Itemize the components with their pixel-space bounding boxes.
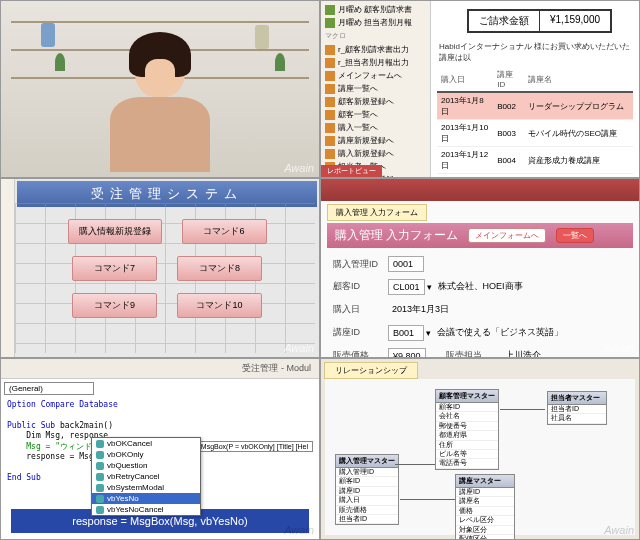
- nav-item[interactable]: 顧客新規登録へ: [323, 95, 428, 108]
- btn-list[interactable]: 一覧へ: [556, 228, 594, 243]
- vba-editor-panel: 受注管理 - Modul (General) Option Compare Da…: [0, 358, 320, 540]
- col-name: 講座名: [524, 67, 633, 92]
- entity-box[interactable]: 購入管理マスター購入管理ID顧客ID講座ID購入日販売価格担当者ID: [335, 454, 399, 525]
- macro-icon: [325, 71, 335, 81]
- nav-item[interactable]: 講座一覧へ: [323, 82, 428, 95]
- label-id: 購入管理ID: [333, 258, 388, 271]
- report-icon: [325, 5, 335, 15]
- field-id[interactable]: 0001: [388, 256, 424, 272]
- form-header: 購入管理 入力フォーム メインフォームへ 一覧へ: [327, 223, 633, 248]
- nav-item[interactable]: 講座新規登録へ: [323, 134, 428, 147]
- const-icon: [96, 473, 104, 481]
- field-course-id[interactable]: B001: [388, 325, 424, 341]
- table-row[interactable]: 2013年1月8日B002リーダーシッププログラム: [437, 92, 633, 120]
- bill-label: ご請求金額: [469, 11, 540, 31]
- bill-amount: ¥1,159,000: [540, 11, 610, 31]
- command-button[interactable]: コマンド10: [177, 293, 262, 318]
- macro-icon: [325, 123, 335, 133]
- nav-item[interactable]: 月曜め 担当者別月報: [323, 16, 428, 29]
- entity-field: 会社名: [436, 412, 498, 421]
- watermark: Awain: [284, 342, 314, 354]
- intellisense-popup[interactable]: vbOKCancelvbOKOnlyvbQuestionvbRetryCance…: [91, 437, 201, 516]
- bill-total-box: ご請求金額 ¥1,159,000: [467, 9, 612, 33]
- entity-field: 担当者ID: [548, 405, 606, 414]
- field-cust-id[interactable]: CL001: [388, 279, 425, 295]
- proc-selector[interactable]: (General): [4, 382, 94, 395]
- intellisense-item[interactable]: vbYesNoCancel: [92, 504, 200, 515]
- label-course: 講座ID: [333, 326, 388, 339]
- entity-field: 購入日: [336, 496, 398, 505]
- intellisense-item[interactable]: vbOKOnly: [92, 449, 200, 460]
- entity-title: 顧客管理マスター: [436, 390, 498, 403]
- command-button[interactable]: コマンド7: [72, 256, 157, 281]
- entity-box[interactable]: 講座マスター講座ID講座名価格レベル区分対象区分配信区分配信Video数: [455, 474, 515, 540]
- entity-field: 郵便番号: [436, 422, 498, 431]
- intellisense-item[interactable]: vbSystemModal: [92, 482, 200, 493]
- report-subtitle: Habidインターナショナル 様にお買い求めいただいた講座は以: [439, 41, 633, 63]
- relationships-tab[interactable]: リレーションシップ: [324, 362, 418, 379]
- nav-item[interactable]: 購入新規登録へ: [323, 147, 428, 160]
- nav-item[interactable]: 月曜め 顧客別請求書: [323, 3, 428, 16]
- col-date: 購入日: [437, 67, 493, 92]
- macro-icon: [325, 97, 335, 107]
- macro-icon: [325, 45, 335, 55]
- entity-field: 購入管理ID: [336, 468, 398, 477]
- table-row[interactable]: 2013年1月10日B003モバイル時代のSEO講座: [437, 120, 633, 147]
- entity-title: 講座マスター: [456, 475, 514, 488]
- relationship-line: [400, 499, 455, 500]
- watermark: Awain: [604, 342, 634, 354]
- relationship-line: [395, 464, 435, 465]
- switchboard-panel: 受注管理システム 購入情報新規登録コマンド6コマンド7コマンド8コマンド9コマン…: [0, 178, 320, 358]
- entity-field: 講座名: [456, 497, 514, 506]
- entity-field: 講座ID: [456, 488, 514, 497]
- report-body: ご請求金額 ¥1,159,000 Habidインターナショナル 様にお買い求めい…: [431, 1, 639, 177]
- intellisense-item[interactable]: vbQuestion: [92, 460, 200, 471]
- field-date[interactable]: 2013年1月3日: [388, 301, 453, 318]
- entity-field: 都道府県: [436, 431, 498, 440]
- label-price: 販売価格: [333, 349, 388, 358]
- entity-field: 社員名: [548, 414, 606, 423]
- status-report-view: レポートビュー: [321, 165, 382, 177]
- btn-main-form[interactable]: メインフォームへ: [468, 228, 546, 243]
- macro-icon: [325, 58, 335, 68]
- nav-item[interactable]: r_顧客別請求書出力: [323, 43, 428, 56]
- tooltip-signature: MsgBox(P = vbOKOnly] [Title] [Hel: [196, 441, 313, 452]
- entity-field: 顧客ID: [436, 403, 498, 412]
- nav-item[interactable]: メインフォームへ: [323, 69, 428, 82]
- field-price[interactable]: ¥9,800: [388, 348, 426, 359]
- relationship-line: [500, 409, 545, 410]
- macro-icon: [325, 149, 335, 159]
- entity-field: 配信区分: [456, 535, 514, 540]
- command-button[interactable]: 購入情報新規登録: [68, 219, 162, 244]
- nav-item[interactable]: 顧客一覧へ: [323, 108, 428, 121]
- entity-box[interactable]: 顧客管理マスター顧客ID会社名郵便番号都道府県住所ビル名等電話番号: [435, 389, 499, 470]
- presenter-video-panel: Awain: [0, 0, 320, 178]
- intellisense-item[interactable]: vbOKCancel: [92, 438, 200, 449]
- nav-item[interactable]: 購入一覧へ: [323, 121, 428, 134]
- entity-field: 講座ID: [336, 487, 398, 496]
- course-name: 会議で使える「ビジネス英語」: [433, 324, 567, 341]
- const-icon: [96, 440, 104, 448]
- command-button[interactable]: コマンド6: [182, 219, 267, 244]
- entity-field: 担当者ID: [336, 515, 398, 524]
- nav-item[interactable]: r_担当者別月報出力: [323, 56, 428, 69]
- cust-name: 株式会社、HOEI商事: [434, 278, 527, 295]
- watermark: Awain: [604, 524, 634, 536]
- command-button[interactable]: コマンド9: [72, 293, 157, 318]
- nav-pane[interactable]: 月曜め 顧客別請求書月曜め 担当者別月報 マクロ r_顧客別請求書出力r_担当者…: [321, 1, 431, 177]
- entity-field: ビル名等: [436, 450, 498, 459]
- form-tab[interactable]: 購入管理 入力フォーム: [327, 204, 427, 221]
- entity-box[interactable]: 担当者マスター担当者ID社員名: [547, 391, 607, 425]
- entity-title: 購入管理マスター: [336, 455, 398, 468]
- watermark: Awain: [284, 524, 314, 536]
- entity-field: レベル区分: [456, 516, 514, 525]
- label-date: 購入日: [333, 303, 388, 316]
- const-icon: [96, 506, 104, 514]
- entity-field: 価格: [456, 507, 514, 516]
- intellisense-item[interactable]: vbYesNo: [92, 493, 200, 504]
- relationship-canvas[interactable]: 顧客管理マスター顧客ID会社名郵便番号都道府県住所ビル名等電話番号担当者マスター…: [325, 379, 635, 535]
- intellisense-item[interactable]: vbRetryCancel: [92, 471, 200, 482]
- report-preview-panel: 月曜め 顧客別請求書月曜め 担当者別月報 マクロ r_顧客別請求書出力r_担当者…: [320, 0, 640, 178]
- command-button[interactable]: コマンド8: [177, 256, 262, 281]
- field-staff: 上川浩介: [501, 347, 545, 358]
